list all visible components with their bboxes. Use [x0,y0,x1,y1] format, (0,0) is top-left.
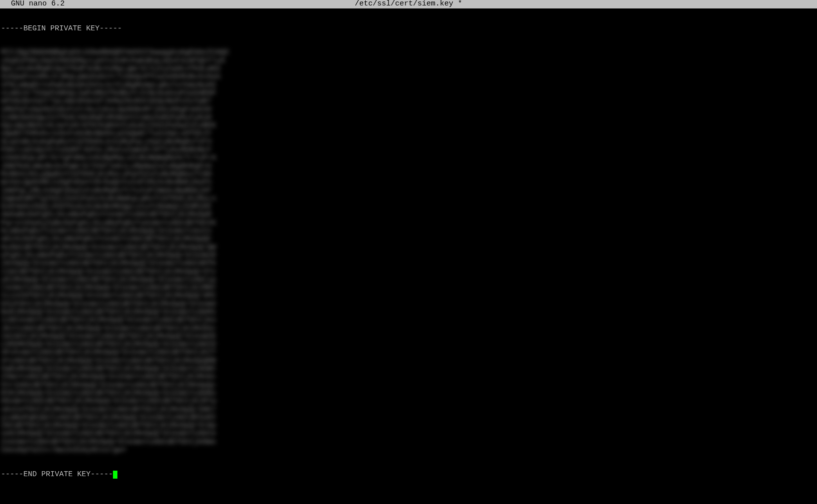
key-body: MIIJQgIBADANBgkqhkiG9w0BAQEFAASCCSwwggko… [1,49,816,454]
key-line: 2qWsEdRfTgYhUjIkOlPaSzXcBvNmKqLwRsYtGfDh… [1,195,816,203]
key-line: oQwRtYhMxKvJzDcFsGnBvNmXkLpZaQwErTyUiOpL… [1,130,816,138]
key-line: 5YrS4bCdEfGhIjKlMnOpQrStUvWxYzAbCdEfGhIj… [1,382,816,390]
key-line: yLmNoPqRsWxYzAbCdEfGhIjKlMnOpQrStUvWxYzA… [1,414,816,422]
key-line: IzjnCDfGhIjKlMnOpQrStUvWxYzAbCdEfGhIjKlM… [1,292,816,300]
key-line: HzAbCdEfGhIjKlMnOpQrStUvWxYzAbCdEfGhIjKl… [1,244,816,252]
key-line: MzNbVcXkLpQwRsYtGfDhEjKiMoLuPaChZxCvBnMq… [1,171,816,179]
key-line: bXyFGhIjKlMnOpQrStUvWxYzAbCdEfGhIjKlMnOp… [1,301,816,308]
key-line: RIKlMnOpQrStUvWxYzAbCdEfGhIjKlMnOpQrStUv… [1,390,816,398]
key-line: l0zGhIjKlMnOpQrStUvWxYzAbCdEfGhIjKlMnOpQ… [1,333,816,341]
key-line: CmxobpYaIn+/mwikdsAyACvurgw= [1,446,816,454]
key-line: 1xNtUvWxYzAbCdEfGhIjKlMnOpQrStUvWxYzAbCd… [1,316,816,324]
key-line: cKqOvF0AjXmZVXKhEMq+LpXYs3nRtPwKdKqLm9xF… [1,57,816,65]
key-line: l1bCdEfGhIjKlMnOpQrStUvWxYzAbCdEfGhIjKlM… [1,268,816,276]
key-line: seKlMnOpQrStUvWxYzAbCdEfGhIjKlMnOpQrStUv… [1,430,816,438]
key-line: 9zKpwFnxXMvJt3RqLpWxDsKnYrTzGbQvPfCaZeHk… [1,73,816,81]
key-line: CzNbVmXkQwJsYfKdLhGnRqPzMnBaVtCxWsZeRoFp… [1,114,816,122]
key-line: yKlMnOpQrStUvWxYzAbCdEfGhIjKlMnOpQrStUvW… [1,276,816,284]
key-line: lmKPqLiMkJnHgFdSaZxCvBnMqRsTtYuIoPlNmXcB… [1,187,816,195]
key-line: 5qKoMnOpQrStUvWxYzAbCdEfGhIjKlMnOpQrStUv… [1,365,816,373]
key-line: aKzXcDeFgHiJkLmNoPqRsYtUvWxYzAbCdEfGhIjK… [1,235,816,243]
key-line: 2bCdEfGhIjKlMnOpQrStUvWxYzAbCdEfGhIjKlMn… [1,422,816,430]
begin-marker: -----BEGIN PRIVATE KEY----- [1,25,816,33]
key-line: mFkNzBxVqYrTpLeWcDhGnSfJkMaZ8xR4tGhQvNoP… [1,98,816,105]
key-line: NoKlMnOpQrStUvWxYzAbCdEfGhIjKlMnOpQrStUv… [1,308,816,316]
key-line: FbKrLmZnQxVtYsGdHfJkPoLiMuCxZaWsErDfTyGv… [1,146,816,154]
app-name: GNU nano 6.2 [2,0,65,8]
key-line: 3fKLmNqRtYxPwDvBsGhZkFeJn7CvBgMnHpLqRxTs… [1,82,816,90]
key-line: lKnOpQrStUvWxYzAbCdEfGhIjKlMnOpQrStUvWxY… [1,260,816,268]
editor-area[interactable]: -----BEGIN PRIVATE KEY----- MIIJQgIBADAN… [0,8,817,487]
cursor [113,471,117,479]
key-line: 2VWxYzAbCdEfGhIjKlMnOpQrStUvWxYzAbCdEfGh… [1,373,816,381]
key-line: vLmDcXrTkGpFeNhQzJwPxMbVfKdBsYrZtNc0uG1o… [1,90,816,98]
key-line: PqrstUVwXyZaBcDeFgHiJkLmNoPqRsTuUvWxYzAb… [1,219,816,227]
key-line: OpLmQzNbXcVkJwYsHrGfDtEqR4tFyGuHjIkOlPaS… [1,122,816,130]
end-marker-line: -----END PRIVATE KEY----- [1,471,816,479]
key-line: JONfKdLmNzBvXcPqWrStYhGfJeKiLoMpNaZxCvBg… [1,163,816,171]
key-line: cXKbMnOpQrStUvWxYzAbCdEfGhIjKlMnOpQrStUv… [1,341,816,349]
key-line: eFgHiJkLmNoPqRsTtUvWxYzAbCdEfGhIjKlMnOpQ… [1,252,816,260]
key-line: nMkPqTxGwVbZnDcFsYrHuJiKoL0p9O8nM7lK6jH5… [1,106,816,114]
key-line: 6xEVmXnZbQlJhGfDsAzXcWvBnMkQpLoIuYtReWqC… [1,203,816,211]
key-line: 9LmZnBcXvKqPwRsYtGfDhEkJnIoMuPaLzXwCvBnM… [1,138,816,146]
key-line: DGxWnYzAbCdEfGhIjKlMnOpQrStUvWxYzAbCdEfG… [1,398,816,405]
key-line: rUvWxYzAbCdEfGhIjKlMnOpQrStUvWxYzAbCdEfG… [1,284,816,292]
key-line: oKxCefGhIjKlMnOpQrStUvWxYzAbCdEfGhIjKlMn… [1,406,816,414]
key-line: WzXeLQpOnMkJiHgFdSaYtRrEwQnYuIoPlMzXcBvN… [1,179,816,187]
key-line: 4YzAbCdEfGhIjKlMnOpQrStUvWxYzAbCdEfGhIjK… [1,357,816,365]
key-line: cVmXnKqLwPrStYgFdHeJzKoNpMaLxZcBvNmWqReS… [1,154,816,162]
key-line: BpLzXvHnMqRtGwYfKdF3nBcVxMpLqWrStYuIoZaG… [1,65,816,73]
key-line: MIIJQgIBADANBgkqhkiG9w0BAQEFAASCCSwwggko… [1,49,816,57]
file-path: /etc/ssl/cert/siem.key * [355,0,462,8]
key-line: JKlYzAbCdEfGhIjKlMnOpQrStUvWxYzAbCdEfGhI… [1,325,816,333]
key-line: bLmNoPqRsTtUvWxYzAbCdEfGhIjKlMnOpQrStUvW… [1,227,816,235]
key-line: 3FxhvWxYzAbCdEfGhIjKlMnOpQrStUvWxYzAbCdE… [1,349,816,357]
key-line: 2sUvWxYzAbCdEfGhIjKlMnOpQrStUvWxYzAbCdEf… [1,438,816,446]
end-marker: -----END PRIVATE KEY----- [1,471,113,479]
titlebar: GNU nano 6.2 /etc/ssl/cert/siem.key * [0,0,817,8]
key-line: 4mXaBcDeFgHiJkLmNoPqRsYtUvWxYzAbCdEfGhIj… [1,211,816,219]
